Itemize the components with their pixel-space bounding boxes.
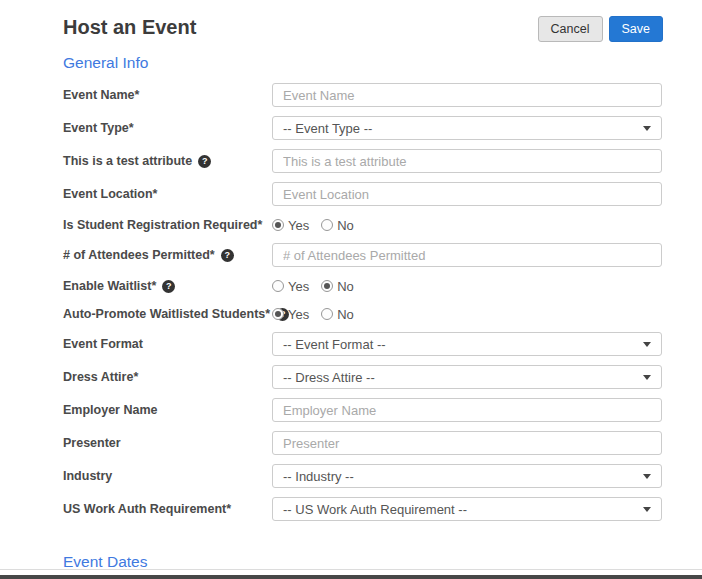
- chevron-down-icon: [643, 342, 651, 347]
- help-icon[interactable]: ?: [221, 249, 234, 262]
- field-label-text: This is a test attribute: [63, 154, 192, 168]
- field-row-attendees-permitted: # of Attendees Permitted* ?: [63, 243, 662, 267]
- select-value: -- US Work Auth Requirement --: [283, 502, 467, 517]
- field-control: -- Event Format --: [272, 332, 662, 356]
- field-control: [272, 243, 662, 267]
- field-control: [272, 149, 662, 173]
- field-row-event-format: Event Format -- Event Format --: [63, 332, 662, 356]
- field-label-text: Event Location*: [63, 187, 157, 201]
- field-label-text: Dress Attire*: [63, 370, 138, 384]
- field-label: Presenter: [63, 436, 272, 450]
- field-row-industry: Industry -- Industry --: [63, 464, 662, 488]
- presenter-input[interactable]: [272, 431, 662, 455]
- cancel-button[interactable]: Cancel: [538, 16, 603, 42]
- field-label: # of Attendees Permitted* ?: [63, 248, 272, 262]
- radio-label-no: No: [337, 218, 354, 233]
- select-value: -- Dress Attire --: [283, 370, 375, 385]
- field-control: -- Industry --: [272, 464, 662, 488]
- field-label-text: Event Format: [63, 337, 143, 351]
- field-label-text: Event Name*: [63, 88, 139, 102]
- field-label: Event Type*: [63, 121, 272, 135]
- auto-promote-radio-group: Yes No: [272, 307, 662, 322]
- field-row-presenter: Presenter: [63, 431, 662, 455]
- field-label: Employer Name: [63, 403, 272, 417]
- field-label: This is a test attribute ?: [63, 154, 272, 168]
- field-control: -- Dress Attire --: [272, 365, 662, 389]
- field-row-event-location: Event Location*: [63, 182, 662, 206]
- field-row-auto-promote: Auto-Promote Waitlisted Students* ? Yes …: [63, 304, 662, 324]
- field-label: Industry: [63, 469, 272, 483]
- field-label: Is Student Registration Required*: [63, 218, 272, 232]
- radio-yes[interactable]: [272, 280, 284, 292]
- radio-yes[interactable]: [272, 308, 284, 320]
- help-icon[interactable]: ?: [162, 280, 175, 293]
- field-row-enable-waitlist: Enable Waitlist* ? Yes No: [63, 276, 662, 296]
- field-label: US Work Auth Requirement*: [63, 502, 272, 516]
- event-name-input[interactable]: [272, 83, 662, 107]
- field-label: Event Format: [63, 337, 272, 351]
- radio-label-yes: Yes: [288, 218, 309, 233]
- radio-no[interactable]: [321, 280, 333, 292]
- event-format-select[interactable]: -- Event Format --: [272, 332, 662, 356]
- select-value: -- Industry --: [283, 469, 354, 484]
- industry-select[interactable]: -- Industry --: [272, 464, 662, 488]
- field-row-dress-attire: Dress Attire* -- Dress Attire --: [63, 365, 662, 389]
- event-location-input[interactable]: [272, 182, 662, 206]
- chevron-down-icon: [643, 474, 651, 479]
- chevron-down-icon: [643, 507, 651, 512]
- radio-label-yes: Yes: [288, 279, 309, 294]
- select-value: -- Event Type --: [283, 121, 372, 136]
- radio-label-yes: Yes: [288, 307, 309, 322]
- section-heading-event-dates: Event Dates: [63, 552, 702, 571]
- save-button[interactable]: Save: [609, 16, 664, 42]
- enable-waitlist-radio-group: Yes No: [272, 279, 662, 294]
- radio-label-no: No: [337, 279, 354, 294]
- field-row-event-type: Event Type* -- Event Type --: [63, 116, 662, 140]
- general-info-form: Event Name* Event Type* -- Event Type --…: [63, 83, 662, 521]
- chevron-down-icon: [643, 375, 651, 380]
- radio-yes[interactable]: [272, 219, 284, 231]
- field-label-text: Enable Waitlist*: [63, 279, 156, 293]
- field-row-test-attribute: This is a test attribute ?: [63, 149, 662, 173]
- help-icon[interactable]: ?: [198, 155, 211, 168]
- field-label-text: Employer Name: [63, 403, 157, 417]
- test-attribute-input[interactable]: [272, 149, 662, 173]
- field-label-text: Presenter: [63, 436, 121, 450]
- section-heading-general-info: General Info: [63, 53, 702, 72]
- student-registration-radio-group: Yes No: [272, 218, 662, 233]
- field-row-event-name: Event Name*: [63, 83, 662, 107]
- field-control: -- Event Type --: [272, 116, 662, 140]
- field-control: -- US Work Auth Requirement --: [272, 497, 662, 521]
- field-control: [272, 398, 662, 422]
- header-buttons: Cancel Save: [538, 16, 663, 42]
- chevron-down-icon: [643, 126, 651, 131]
- field-row-us-work-auth: US Work Auth Requirement* -- US Work Aut…: [63, 497, 662, 521]
- field-label: Dress Attire*: [63, 370, 272, 384]
- select-value: -- Event Format --: [283, 337, 386, 352]
- field-label: Auto-Promote Waitlisted Students* ?: [63, 307, 272, 321]
- event-type-select[interactable]: -- Event Type --: [272, 116, 662, 140]
- radio-no[interactable]: [321, 219, 333, 231]
- field-label-text: Event Type*: [63, 121, 134, 135]
- field-control: [272, 431, 662, 455]
- radio-no[interactable]: [321, 308, 333, 320]
- field-label-text: US Work Auth Requirement*: [63, 502, 231, 516]
- attendees-permitted-input[interactable]: [272, 243, 662, 267]
- host-an-event-page: Host an Event Cancel Save General Info E…: [0, 0, 702, 579]
- field-control: [272, 83, 662, 107]
- field-row-employer-name: Employer Name: [63, 398, 662, 422]
- us-work-auth-select[interactable]: -- US Work Auth Requirement --: [272, 497, 662, 521]
- dress-attire-select[interactable]: -- Dress Attire --: [272, 365, 662, 389]
- bottom-edge-bar: [0, 575, 702, 579]
- field-label-text: # of Attendees Permitted*: [63, 248, 215, 262]
- employer-name-input[interactable]: [272, 398, 662, 422]
- field-row-student-registration: Is Student Registration Required* Yes No: [63, 215, 662, 235]
- field-label: Enable Waitlist* ?: [63, 279, 272, 293]
- radio-label-no: No: [337, 307, 354, 322]
- field-label: Event Name*: [63, 88, 272, 102]
- field-label-text: Auto-Promote Waitlisted Students*: [63, 307, 270, 321]
- field-control: [272, 182, 662, 206]
- field-label-text: Industry: [63, 469, 112, 483]
- field-label-text: Is Student Registration Required*: [63, 218, 262, 232]
- field-label: Event Location*: [63, 187, 272, 201]
